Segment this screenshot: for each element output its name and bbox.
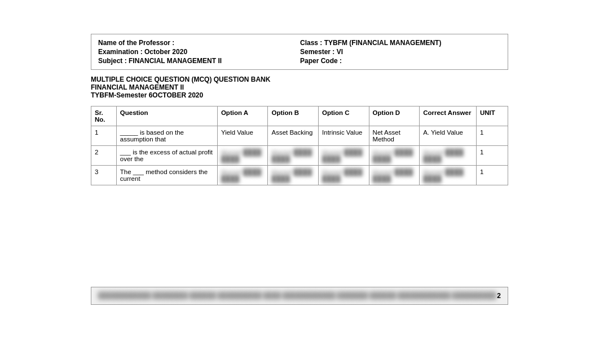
professor-label: Name of the Professor : [98, 39, 299, 47]
title-line1: MULTIPLE CHOICE QUESTION (MCQ) QUESTION … [91, 76, 508, 83]
table-row: 2___ is the excess of actual profit over… [91, 146, 508, 166]
table-cell: 1 [91, 126, 117, 146]
table-cell: blurred ████ ████ [369, 146, 420, 166]
table-row: 1_____ is based on the assumption thatYi… [91, 126, 508, 146]
subject-label: Subject : FINANCIAL MANAGEMENT II [98, 57, 299, 65]
table-cell: ___ is the excess of actual profit over … [116, 146, 217, 166]
table-cell: Yield Value [217, 126, 268, 146]
semester-label: Semester : VI [300, 48, 501, 56]
col-header-optC: Option C [319, 106, 369, 126]
header-grid: Name of the Professor : Class : TYBFM (F… [98, 39, 501, 65]
col-header-correct: Correct Answer [420, 106, 477, 126]
table-cell: blurred ████ ████ [420, 146, 477, 166]
title-line2: FINANCIAL MANAGEMENT II [91, 83, 508, 91]
table-cell: blurred ████ ████ [268, 146, 319, 166]
table-cell: Asset Backing [268, 126, 319, 146]
table-row: 3The ___ method considers the currentblu… [91, 166, 508, 185]
class-label: Class : TYBFM (FINANCIAL MANAGEMENT) [300, 39, 501, 47]
exam-label: Examination : October 2020 [98, 48, 299, 56]
col-header-optA: Option A [217, 106, 268, 126]
col-header-sr: Sr.No. [91, 106, 117, 126]
table-cell: 2 [91, 146, 117, 166]
paper-label: Paper Code : [300, 57, 501, 65]
table-cell: A. Yield Value [420, 126, 477, 146]
table-cell: blurred ████ ████ [420, 166, 477, 185]
col-header-question: Question [116, 106, 217, 126]
col-header-optD: Option D [369, 106, 420, 126]
col-header-unit: UNIT [476, 106, 508, 126]
table-cell: _____ is based on the assumption that [116, 126, 217, 146]
table-cell: blurred ████ ████ [268, 166, 319, 185]
table-cell: blurred ████ ████ [217, 166, 268, 185]
table-cell: blurred ████ ████ [319, 166, 369, 185]
bottom-blurred-text: ████████████ ████████ ██████ ██████████ … [98, 292, 497, 300]
table-cell: 1 [476, 166, 508, 185]
table-cell: blurred ████ ████ [369, 166, 420, 185]
table-cell: blurred ████ ████ [319, 146, 369, 166]
header-box: Name of the Professor : Class : TYBFM (F… [91, 34, 508, 70]
bottom-strip: ████████████ ████████ ██████ ██████████ … [91, 287, 508, 305]
bottom-page-number: 2 [497, 292, 501, 300]
table-cell: 1 [476, 146, 508, 166]
table-cell: blurred ████ ████ [217, 146, 268, 166]
table-cell: 1 [476, 126, 508, 146]
title-line3: TYBFM-Semester 6OCTOBER 2020 [91, 91, 508, 99]
bottom-strip-content: ████████████ ████████ ██████ ██████████ … [98, 292, 501, 300]
question-table: Sr.No. Question Option A Option B Option… [91, 106, 508, 185]
table-cell: Intrinsic Value [319, 126, 369, 146]
table-cell: The ___ method considers the current [116, 166, 217, 185]
table-cell: Net Asset Method [369, 126, 420, 146]
col-header-optB: Option B [268, 106, 319, 126]
page-wrapper: Name of the Professor : Class : TYBFM (F… [91, 34, 508, 305]
title-section: MULTIPLE CHOICE QUESTION (MCQ) QUESTION … [91, 76, 508, 99]
table-cell: 3 [91, 166, 117, 185]
